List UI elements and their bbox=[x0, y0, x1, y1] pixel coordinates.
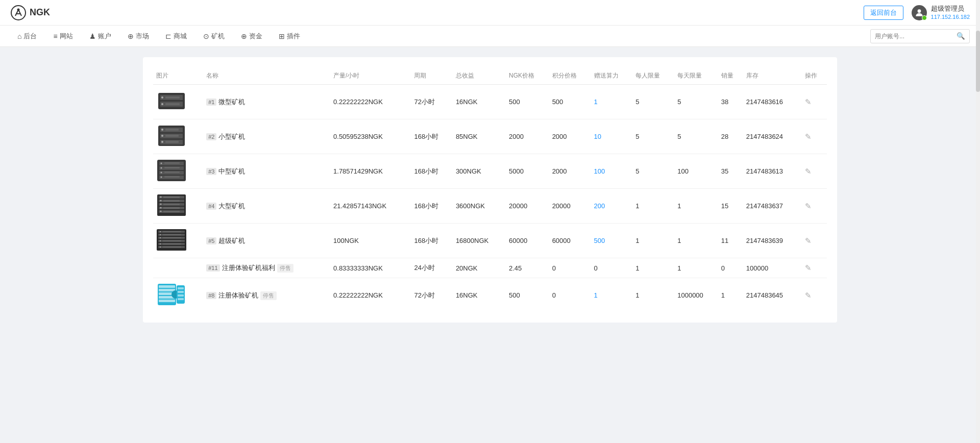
col-image: 图片 bbox=[153, 67, 203, 85]
cell-ngk-price: 2.45 bbox=[506, 258, 549, 278]
cell-image bbox=[153, 258, 203, 278]
svg-point-15 bbox=[161, 135, 163, 137]
cell-daily-limit: 100 bbox=[674, 154, 718, 189]
svg-rect-65 bbox=[163, 240, 181, 241]
cell-daily-limit: 5 bbox=[674, 119, 718, 154]
cell-total: 16800NGK bbox=[453, 224, 506, 258]
cell-per-limit: 1 bbox=[632, 278, 674, 313]
cell-sales: 15 bbox=[718, 189, 743, 224]
cell-per-limit: 5 bbox=[632, 154, 674, 189]
cell-action: ✎ bbox=[802, 224, 827, 258]
cell-period: 72小时 bbox=[411, 85, 452, 119]
col-ngk-price: NGK价格 bbox=[506, 67, 549, 85]
cell-name: #4大型矿机 bbox=[203, 189, 330, 224]
cell-total: 85NGK bbox=[453, 119, 506, 154]
cell-daily-limit: 1000000 bbox=[674, 278, 718, 313]
scrollbar-track[interactable] bbox=[976, 0, 980, 333]
finance-icon: ⊕ bbox=[241, 32, 247, 40]
cell-ngk-price: 2000 bbox=[506, 119, 549, 154]
svg-rect-66 bbox=[163, 243, 181, 244]
table-row: #2小型矿机 0.50595238NGK 168小时 85NGK 2000 20… bbox=[153, 119, 827, 154]
cell-sales: 1 bbox=[718, 278, 743, 313]
cell-bonus: 100 bbox=[591, 154, 633, 189]
svg-point-58 bbox=[160, 237, 161, 238]
svg-point-59 bbox=[160, 240, 161, 241]
svg-point-39 bbox=[160, 196, 162, 198]
table-row: #4大型矿机 21.42857143NGK 168小时 3600NGK 2000… bbox=[153, 189, 827, 224]
nav-item-account[interactable]: ♟ 账户 bbox=[82, 26, 118, 47]
cell-period: 168小时 bbox=[411, 154, 452, 189]
nav-item-shop[interactable]: ⊏ 商城 bbox=[158, 26, 194, 47]
header: NGK 返回前台 超级管理员 117.152.16.182 bbox=[0, 0, 980, 26]
edit-button[interactable]: ✎ bbox=[805, 132, 812, 141]
svg-rect-47 bbox=[163, 207, 180, 209]
col-name: 名称 bbox=[203, 67, 330, 85]
cell-sales: 28 bbox=[718, 119, 743, 154]
cell-sales: 38 bbox=[718, 85, 743, 119]
search-bar[interactable]: 🔍 bbox=[870, 29, 970, 43]
svg-rect-44 bbox=[163, 196, 180, 198]
search-input[interactable] bbox=[871, 33, 952, 40]
table-row: #11注册体验矿机福利停售 0.83333333NGK 24小时 20NGK 2… bbox=[153, 258, 827, 278]
miner-table: 图片 名称 产量/小时 周期 总收益 NGK价格 积分价格 赠送算力 每人限量 … bbox=[153, 67, 827, 312]
edit-button[interactable]: ✎ bbox=[805, 97, 812, 106]
nav-label-plugin: 插件 bbox=[287, 32, 300, 41]
nav-item-plugin[interactable]: ⊞ 插件 bbox=[272, 26, 307, 47]
svg-rect-32 bbox=[164, 176, 180, 178]
table-row: #1微型矿机 0.22222222NGK 72小时 16NGK 500 500 … bbox=[153, 85, 827, 119]
cell-name: #2小型矿机 bbox=[203, 119, 330, 154]
svg-rect-69 bbox=[159, 285, 175, 288]
svg-point-60 bbox=[160, 243, 161, 244]
table-header-row: 图片 名称 产量/小时 周期 总收益 NGK价格 积分价格 赠送算力 每人限量 … bbox=[153, 67, 827, 85]
nav-label-website: 网站 bbox=[60, 32, 73, 41]
svg-rect-63 bbox=[163, 234, 181, 235]
cell-output: 0.22222222NGK bbox=[330, 85, 411, 119]
nav-item-market[interactable]: ⊕ 市场 bbox=[120, 26, 156, 47]
nav-item-website[interactable]: ≡ 网站 bbox=[46, 26, 80, 47]
svg-point-61 bbox=[160, 247, 161, 248]
cell-output: 0.50595238NGK bbox=[330, 119, 411, 154]
cell-name: #1微型矿机 bbox=[203, 85, 330, 119]
scrollbar-thumb[interactable] bbox=[976, 31, 980, 92]
edit-button[interactable]: ✎ bbox=[805, 202, 812, 210]
svg-point-41 bbox=[160, 204, 162, 205]
svg-rect-29 bbox=[164, 162, 180, 164]
svg-rect-19 bbox=[165, 141, 179, 143]
website-icon: ≡ bbox=[53, 32, 57, 40]
svg-rect-45 bbox=[163, 200, 180, 202]
cell-per-limit: 1 bbox=[632, 189, 674, 224]
cell-bonus: 500 bbox=[591, 224, 633, 258]
edit-button[interactable]: ✎ bbox=[805, 263, 812, 272]
search-button[interactable]: 🔍 bbox=[952, 32, 969, 40]
cell-daily-limit: 1 bbox=[674, 189, 718, 224]
edit-button[interactable]: ✎ bbox=[805, 291, 812, 300]
cell-image bbox=[153, 278, 203, 313]
svg-point-7 bbox=[161, 103, 163, 105]
id-badge: #4 bbox=[206, 203, 216, 210]
svg-point-57 bbox=[160, 234, 161, 235]
svg-point-42 bbox=[160, 207, 162, 209]
nav-label-shop: 商城 bbox=[174, 32, 187, 41]
cell-score-price: 0 bbox=[549, 278, 591, 313]
edit-button[interactable]: ✎ bbox=[805, 167, 812, 176]
home-icon: ⌂ bbox=[17, 32, 21, 40]
cell-stock: 2147483639 bbox=[743, 224, 802, 258]
nav-item-miner[interactable]: ⊙ 矿机 bbox=[196, 26, 232, 47]
nav-item-finance[interactable]: ⊕ 资金 bbox=[234, 26, 270, 47]
nav-item-backend[interactable]: ⌂ 后台 bbox=[10, 26, 44, 47]
miner-icon: ⊙ bbox=[203, 32, 209, 40]
cell-ngk-price: 500 bbox=[506, 278, 549, 313]
cell-bonus: 1 bbox=[591, 278, 633, 313]
cell-action: ✎ bbox=[802, 189, 827, 224]
col-output: 产量/小时 bbox=[330, 67, 411, 85]
cell-output: 21.42857143NGK bbox=[330, 189, 411, 224]
cell-total: 16NGK bbox=[453, 278, 506, 313]
svg-point-27 bbox=[161, 172, 162, 174]
cell-stock: 2147483637 bbox=[743, 189, 802, 224]
cell-score-price: 2000 bbox=[549, 154, 591, 189]
svg-point-0 bbox=[11, 6, 26, 20]
cell-sales: 11 bbox=[718, 224, 743, 258]
return-button[interactable]: 返回前台 bbox=[864, 6, 903, 20]
edit-button[interactable]: ✎ bbox=[805, 236, 812, 245]
cell-stock: 2147483613 bbox=[743, 154, 802, 189]
